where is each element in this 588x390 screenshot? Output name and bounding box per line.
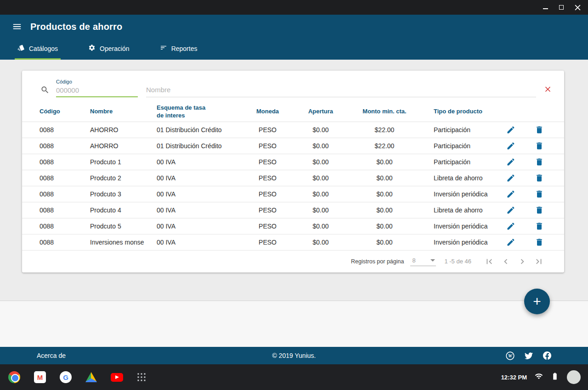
twitter-icon[interactable]: [525, 351, 533, 360]
header-tipo: Tipo de producto: [419, 108, 506, 115]
cell-nombre: AHORRO: [90, 142, 157, 150]
youtube-icon[interactable]: [111, 373, 123, 382]
row-actions: [506, 173, 544, 183]
tab-label: Reportes: [171, 45, 198, 52]
cell-nombre: Prodcuto 1: [90, 158, 157, 166]
cell-apertura: $0.00: [291, 158, 350, 166]
delete-trash-icon[interactable]: [535, 222, 544, 231]
minimize-icon[interactable]: [542, 4, 548, 11]
delete-trash-icon[interactable]: [535, 125, 544, 134]
products-card: Código Código Nombre Esquema de tasa de …: [22, 71, 564, 273]
chrome-icon[interactable]: [8, 371, 20, 383]
cell-tipo: Libreta de ahorro: [419, 174, 506, 182]
cell-monto: $0.00: [350, 158, 419, 166]
maximize-icon[interactable]: [558, 4, 565, 11]
google-icon[interactable]: G: [60, 371, 72, 383]
cell-nombre: Inversiones monse: [90, 239, 157, 246]
cell-esquema: 00 IVA: [157, 223, 244, 230]
window-titlebar: [0, 0, 588, 15]
edit-pencil-icon[interactable]: [506, 222, 515, 231]
table-body: 0088 AHORRO 01 Distribución Crédito PESO…: [22, 122, 564, 251]
cell-apertura: $0.00: [291, 223, 350, 230]
add-product-fab[interactable]: +: [524, 289, 550, 314]
row-actions: [506, 125, 544, 134]
cell-codigo: 0088: [40, 158, 90, 166]
row-actions: [506, 189, 544, 199]
cell-apertura: $0.00: [291, 190, 350, 198]
gmail-icon[interactable]: M: [34, 371, 46, 383]
edit-pencil-icon[interactable]: [506, 206, 515, 215]
cell-moneda: PESO: [244, 174, 291, 182]
hamburger-menu-icon[interactable]: [12, 22, 22, 32]
clear-search-icon[interactable]: [543, 85, 552, 94]
delete-trash-icon[interactable]: [535, 157, 544, 167]
cell-monto: $0.00: [350, 190, 419, 198]
delete-trash-icon[interactable]: [535, 189, 544, 199]
battery-icon: [551, 372, 559, 382]
app-header: Productos de ahorro Catálogos Operación …: [0, 15, 588, 60]
cell-moneda: PESO: [244, 223, 291, 230]
cell-tipo: Inversión periódica: [419, 190, 506, 198]
header-esquema: Esquema de tasa de interes: [157, 104, 244, 119]
cell-apertura: $0.00: [291, 174, 350, 182]
header-moneda: Moneda: [244, 108, 291, 115]
last-page-icon[interactable]: [534, 256, 544, 267]
edit-pencil-icon[interactable]: [506, 125, 515, 134]
lower-content-strip: [0, 301, 588, 347]
delete-trash-icon[interactable]: [535, 238, 544, 247]
cell-nombre: Prodcuto 2: [90, 174, 157, 182]
edit-pencil-icon[interactable]: [506, 173, 515, 183]
wordpress-icon[interactable]: W: [506, 351, 514, 360]
cell-monto: $0.00: [350, 174, 419, 182]
table-row: 0088 AHORRO 01 Distribución Crédito PESO…: [22, 122, 564, 138]
edit-pencil-icon[interactable]: [506, 141, 515, 150]
cell-esquema: 00 IVA: [157, 158, 244, 166]
tab-operacion[interactable]: Operación: [85, 39, 132, 60]
page-title: Productos de ahorro: [30, 22, 123, 32]
close-icon[interactable]: [574, 4, 581, 11]
user-avatar[interactable]: [567, 370, 581, 384]
rows-per-page-value: 8: [412, 257, 415, 264]
cell-moneda: PESO: [244, 239, 291, 246]
about-link[interactable]: Acerca de: [37, 352, 66, 359]
edit-pencil-icon[interactable]: [506, 157, 515, 167]
cell-esquema: 00 IVA: [157, 239, 244, 246]
first-page-icon[interactable]: [484, 256, 494, 267]
cell-tipo: Participación: [419, 158, 506, 166]
app-footer: © 2019 Yunius. Acerca de W: [0, 347, 588, 364]
cell-codigo: 0088: [40, 239, 90, 246]
codigo-label: Código: [56, 79, 138, 84]
cell-codigo: 0088: [40, 190, 90, 198]
search-icon[interactable]: [40, 85, 50, 95]
status-tray[interactable]: 12:32 PM: [501, 370, 581, 384]
rows-per-page-select[interactable]: 8: [410, 257, 436, 266]
cell-nombre: Prodcuto 4: [90, 206, 157, 214]
previous-page-icon[interactable]: [501, 256, 511, 267]
delete-trash-icon[interactable]: [535, 141, 544, 150]
table-header: Código Nombre Esquema de tasa de interes…: [22, 102, 564, 122]
cell-esquema: 00 IVA: [157, 174, 244, 182]
next-page-icon[interactable]: [517, 256, 527, 267]
table-row: 0088 Inversiones monse 00 IVA PESO $0.00…: [22, 234, 564, 251]
apps-grid-icon[interactable]: [137, 373, 146, 382]
facebook-icon[interactable]: [543, 351, 551, 360]
cell-tipo: Participación: [419, 142, 506, 150]
header-apertura: Apertura: [291, 108, 350, 115]
edit-pencil-icon[interactable]: [506, 238, 515, 247]
nombre-input[interactable]: [146, 84, 536, 97]
delete-trash-icon[interactable]: [535, 206, 544, 215]
tab-reportes[interactable]: Reportes: [157, 39, 200, 60]
table-row: 0088 Prodcuto 4 00 IVA PESO $0.00 $0.00 …: [22, 202, 564, 218]
row-actions: [506, 222, 544, 231]
codigo-input[interactable]: [56, 85, 138, 97]
cell-esquema: 00 IVA: [157, 206, 244, 214]
drive-icon[interactable]: [85, 372, 97, 382]
cell-moneda: PESO: [244, 206, 291, 214]
pagination-range: 1 -5 de 46: [444, 258, 471, 265]
table-row: 0088 AHORRO 01 Distribución Crédito PESO…: [22, 138, 564, 154]
edit-pencil-icon[interactable]: [506, 189, 515, 199]
tab-catalogos[interactable]: Catálogos: [15, 39, 61, 60]
cell-moneda: PESO: [244, 158, 291, 166]
cell-codigo: 0088: [40, 126, 90, 134]
delete-trash-icon[interactable]: [535, 173, 544, 183]
